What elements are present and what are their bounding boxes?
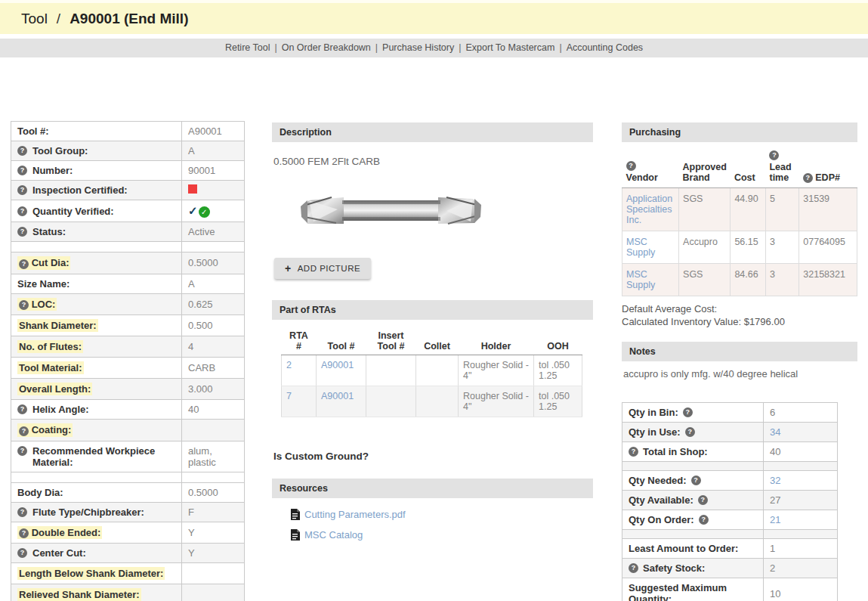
help-icon[interactable]: ?: [17, 185, 27, 195]
inventory-row-safety-stock: ?Safety Stock:2: [622, 559, 838, 578]
purchasing-row: MSC SupplySGS84.66332158321: [622, 264, 857, 296]
help-icon[interactable]: ?: [698, 495, 708, 505]
detail-value: 0.625: [188, 299, 213, 310]
detail-value-cell: CARB: [182, 358, 245, 379]
help-icon[interactable]: ?: [17, 206, 27, 216]
detail-label-cell: ? Coating:: [11, 420, 182, 441]
rta-link[interactable]: 2: [286, 360, 292, 370]
detail-label: Shank Diameter:: [17, 319, 98, 332]
rta-col-header-collet: Collet: [416, 327, 459, 355]
tool-details-table: Tool #:A90001?Tool Group:A?Number:90001?…: [11, 121, 245, 601]
inventory-label-cell: Qty Needed:?: [622, 471, 764, 491]
rta-link[interactable]: A90001: [321, 360, 354, 370]
help-icon[interactable]: ?: [19, 528, 29, 538]
help-icon[interactable]: ?: [17, 146, 27, 156]
cost-cell: 44.90: [731, 188, 766, 231]
detail-value-cell: 0.5000: [182, 482, 245, 502]
help-icon[interactable]: ?: [626, 161, 636, 171]
inventory-value-link[interactable]: 34: [770, 426, 780, 438]
help-icon[interactable]: ?: [685, 427, 695, 437]
rta-cell: Rougher Solid - 4": [459, 386, 534, 417]
vendor-link-msc-supply[interactable]: MSC Supply: [626, 237, 655, 258]
inventory-label-cell: Suggested Maximum Quantity:: [622, 578, 764, 601]
brand-cell: SGS: [679, 188, 731, 231]
rta-link[interactable]: 7: [286, 391, 292, 401]
detail-label-cell: ?Status:: [11, 222, 182, 242]
rta-cell: 2: [282, 355, 317, 386]
nav-link-retire-tool[interactable]: Retire Tool: [225, 42, 270, 53]
inventory-value: 10: [770, 588, 780, 599]
inventory-row-qty-available: Qty Available:?27: [622, 491, 838, 510]
inventory-value-cell: 1: [764, 539, 838, 559]
tool-detail-row-status: ?Status:Active: [11, 222, 245, 242]
tool-detail-row-relieved-shank-diameter: Relieved Shank Diameter:: [11, 584, 245, 601]
detail-label: LOC:: [32, 299, 56, 310]
calculated-inventory-amount: $1796.00: [744, 316, 785, 327]
detail-value-cell: ✓✓: [182, 200, 245, 222]
rta-row: 7A90001Rougher Solid - 4"tol .050 1.25: [282, 386, 582, 417]
help-icon[interactable]: ?: [683, 407, 693, 417]
help-icon[interactable]: ?: [17, 166, 27, 175]
rta-link[interactable]: A90001: [321, 391, 354, 401]
detail-value: F: [188, 507, 194, 518]
notes-header: Notes: [622, 342, 857, 361]
nav-link-export-to-mastercam[interactable]: Export To Mastercam: [466, 42, 555, 53]
detail-value: 0.5000: [188, 487, 218, 498]
vendor-link-msc-supply[interactable]: MSC Supply: [626, 269, 655, 290]
detail-value: 4: [188, 341, 193, 352]
detail-value-cell: 3.000: [182, 379, 245, 400]
detail-value-cell: 0.5000: [182, 252, 245, 274]
inventory-value-link[interactable]: 32: [770, 475, 780, 486]
page-title-bar: Tool / A90001 (End Mill): [0, 3, 868, 34]
rtas-table: RTA #Tool #Insert Tool #ColletHolderOOH2…: [281, 327, 582, 417]
help-icon[interactable]: ?: [19, 300, 29, 310]
plus-icon: +: [285, 262, 292, 274]
help-icon[interactable]: ?: [769, 150, 779, 160]
middle-column: Description 0.5000 FEM 2Flt CARB: [272, 122, 593, 550]
nav-separator: |: [375, 42, 378, 53]
detail-value-cell: F: [182, 502, 245, 522]
nav-link-purchase-history[interactable]: Purchase History: [382, 42, 454, 53]
rta-cell: Rougher Solid - 4": [459, 355, 534, 386]
inventory-value-link[interactable]: 21: [770, 514, 780, 525]
help-icon[interactable]: ?: [629, 563, 638, 573]
detail-label: Tool Group:: [32, 145, 88, 156]
help-icon[interactable]: ?: [17, 507, 27, 517]
inventory-label: Qty in Bin:: [629, 407, 678, 418]
add-picture-button[interactable]: + ADD PICTURE: [274, 258, 371, 279]
help-icon[interactable]: ?: [19, 259, 29, 269]
help-icon[interactable]: ?: [803, 173, 813, 183]
col-header-label: Approved Brand: [683, 162, 727, 183]
help-icon[interactable]: ?: [699, 515, 709, 525]
vendor-link-application-specialties-inc[interactable]: Application Specialties Inc.: [626, 194, 672, 225]
spacer-row: [622, 530, 838, 539]
help-icon[interactable]: ?: [17, 227, 27, 237]
verified-badge-icon: ✓: [199, 206, 210, 218]
check-icon: ✓: [188, 204, 198, 217]
help-icon[interactable]: ?: [629, 447, 638, 457]
inventory-label-cell: Qty On Order:?: [622, 510, 764, 530]
resource-link-cutting-parameters-pdf[interactable]: Cutting Parameters.pdf: [304, 509, 406, 520]
resource-item: Cutting Parameters.pdf: [290, 509, 593, 520]
rta-col-header-rta: RTA #: [282, 327, 317, 355]
inventory-value-cell: 10: [764, 578, 838, 601]
help-icon[interactable]: ?: [17, 446, 27, 456]
help-icon[interactable]: ?: [17, 548, 27, 558]
help-icon[interactable]: ?: [691, 476, 701, 485]
nav-link-accounting-codes[interactable]: Accounting Codes: [567, 42, 643, 53]
inventory-value: 27: [770, 494, 780, 506]
inventory-row-suggested-maximum-quantity: Suggested Maximum Quantity:10: [622, 578, 838, 601]
col-header-label: Vendor: [626, 172, 658, 183]
detail-label: Inspection Certified:: [32, 184, 128, 196]
nav-link-on-order-breakdown[interactable]: On Order Breakdown: [282, 42, 371, 53]
resource-link-msc-catalog[interactable]: MSC Catalog: [304, 529, 363, 541]
inventory-value: 1: [770, 543, 775, 554]
notes-text: accupro is only mfg. w/40 degree helical: [622, 361, 857, 379]
purchasing-col-header-cost: Cost: [731, 145, 766, 188]
inventory-value-cell: 6: [764, 403, 838, 423]
tool-detail-row-tool-material: Tool Material:CARB: [11, 358, 245, 379]
help-icon[interactable]: ?: [19, 426, 29, 436]
breadcrumb-root[interactable]: Tool: [21, 11, 48, 27]
help-icon[interactable]: ?: [17, 404, 27, 414]
tool-detail-row-center-cut: ?Center Cut:Y: [11, 544, 245, 563]
